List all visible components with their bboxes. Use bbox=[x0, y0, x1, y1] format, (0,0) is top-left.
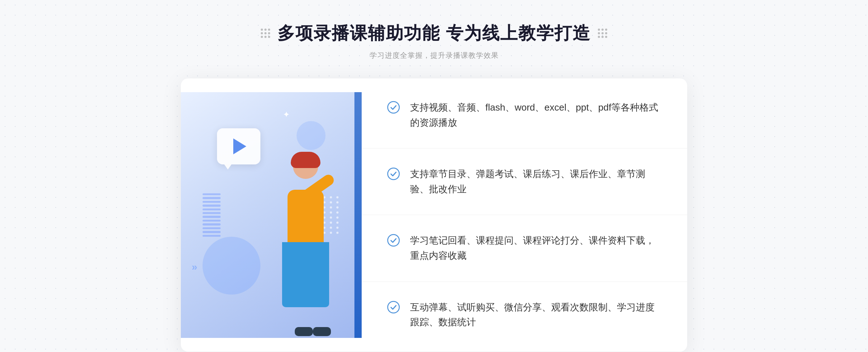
play-triangle-icon bbox=[233, 138, 246, 154]
check-icon-2 bbox=[387, 167, 400, 180]
svg-point-2 bbox=[388, 235, 399, 246]
features-panel: 支持视频、音频、flash、word、excel、ppt、pdf等各种格式的资源… bbox=[362, 78, 687, 352]
feature-item-2: 支持章节目录、弹题考试、课后练习、课后作业、章节测验、批改作业 bbox=[387, 167, 662, 197]
circle-decoration-small bbox=[297, 121, 326, 150]
person-hair bbox=[291, 152, 320, 168]
person-body bbox=[288, 190, 324, 248]
title-row: 多项录播课辅助功能 专为线上教学打造 bbox=[261, 22, 607, 45]
person-pants bbox=[282, 242, 329, 307]
check-icon-3 bbox=[387, 234, 400, 247]
feature-text-2: 支持章节目录、弹题考试、课后练习、课后作业、章节测验、批改作业 bbox=[410, 167, 662, 197]
page-header: 多项录播课辅助功能 专为线上教学打造 学习进度全掌握，提升录播课教学效果 bbox=[261, 22, 607, 60]
check-icon-4 bbox=[387, 301, 400, 314]
feature-text-4: 互动弹幕、试听购买、微信分享、观看次数限制、学习进度跟踪、数据统计 bbox=[410, 300, 662, 330]
circle-decoration-large bbox=[203, 237, 260, 295]
feature-text-1: 支持视频、音频、flash、word、excel、ppt、pdf等各种格式的资源… bbox=[410, 100, 662, 130]
person-foot-left bbox=[295, 327, 313, 336]
stripes-decoration bbox=[203, 193, 221, 237]
svg-point-1 bbox=[388, 168, 399, 180]
dots-decoration-right bbox=[598, 29, 607, 38]
svg-point-3 bbox=[388, 301, 399, 313]
page-title: 多项录播课辅助功能 专为线上教学打造 bbox=[277, 22, 590, 45]
feature-item-1: 支持视频、音频、flash、word、excel、ppt、pdf等各种格式的资源… bbox=[387, 100, 662, 130]
check-icon-1 bbox=[387, 101, 400, 114]
sparkle-decoration: ✦ bbox=[283, 110, 289, 119]
feature-item-4: 互动弹幕、试听购买、微信分享、观看次数限制、学习进度跟踪、数据统计 bbox=[387, 300, 662, 330]
blue-separator-bar bbox=[354, 92, 362, 338]
feature-divider-2 bbox=[362, 215, 687, 215]
page-subtitle: 学习进度全掌握，提升录播课教学效果 bbox=[370, 51, 499, 60]
chevron-icon: » bbox=[192, 261, 197, 273]
person-foot-right bbox=[313, 327, 331, 336]
illustration-panel: // Generate dots for(let i = 0; i < 64; … bbox=[181, 92, 362, 338]
feature-divider-1 bbox=[362, 148, 687, 149]
dots-decoration-left bbox=[261, 29, 270, 38]
feature-text-3: 学习笔记回看、课程提问、课程评论打分、课件资料下载，重点内容收藏 bbox=[410, 233, 662, 263]
play-bubble bbox=[217, 128, 260, 164]
svg-point-0 bbox=[388, 102, 399, 113]
person-illustration bbox=[260, 150, 347, 338]
content-card: // Generate dots for(let i = 0; i < 64; … bbox=[181, 78, 687, 352]
feature-divider-3 bbox=[362, 282, 687, 282]
feature-item-3: 学习笔记回看、课程提问、课程评论打分、课件资料下载，重点内容收藏 bbox=[387, 233, 662, 263]
